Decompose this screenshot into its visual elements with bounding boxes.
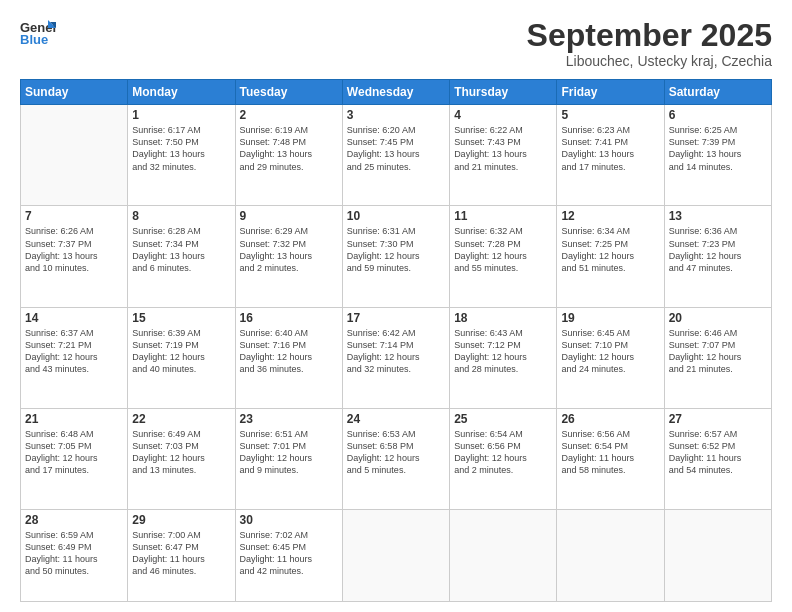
table-row: 20Sunrise: 6:46 AMSunset: 7:07 PMDayligh…	[664, 307, 771, 408]
day-info: Sunrise: 6:25 AMSunset: 7:39 PMDaylight:…	[669, 124, 767, 173]
table-row: 8Sunrise: 6:28 AMSunset: 7:34 PMDaylight…	[128, 206, 235, 307]
table-row: 30Sunrise: 7:02 AMSunset: 6:45 PMDayligh…	[235, 509, 342, 601]
day-number: 18	[454, 311, 552, 325]
day-info: Sunrise: 6:22 AMSunset: 7:43 PMDaylight:…	[454, 124, 552, 173]
day-number: 13	[669, 209, 767, 223]
header-thursday: Thursday	[450, 80, 557, 105]
table-row: 13Sunrise: 6:36 AMSunset: 7:23 PMDayligh…	[664, 206, 771, 307]
title-section: September 2025 Libouchec, Ustecky kraj, …	[527, 18, 772, 69]
table-row: 28Sunrise: 6:59 AMSunset: 6:49 PMDayligh…	[21, 509, 128, 601]
day-number: 2	[240, 108, 338, 122]
table-row: 23Sunrise: 6:51 AMSunset: 7:01 PMDayligh…	[235, 408, 342, 509]
day-info: Sunrise: 6:31 AMSunset: 7:30 PMDaylight:…	[347, 225, 445, 274]
table-row: 10Sunrise: 6:31 AMSunset: 7:30 PMDayligh…	[342, 206, 449, 307]
table-row: 6Sunrise: 6:25 AMSunset: 7:39 PMDaylight…	[664, 105, 771, 206]
day-info: Sunrise: 6:49 AMSunset: 7:03 PMDaylight:…	[132, 428, 230, 477]
day-info: Sunrise: 6:28 AMSunset: 7:34 PMDaylight:…	[132, 225, 230, 274]
logo-icon: General Blue	[20, 18, 56, 48]
day-info: Sunrise: 6:48 AMSunset: 7:05 PMDaylight:…	[25, 428, 123, 477]
day-info: Sunrise: 6:56 AMSunset: 6:54 PMDaylight:…	[561, 428, 659, 477]
day-info: Sunrise: 6:39 AMSunset: 7:19 PMDaylight:…	[132, 327, 230, 376]
svg-text:Blue: Blue	[20, 32, 48, 47]
day-number: 12	[561, 209, 659, 223]
day-number: 15	[132, 311, 230, 325]
day-info: Sunrise: 6:19 AMSunset: 7:48 PMDaylight:…	[240, 124, 338, 173]
header-sunday: Sunday	[21, 80, 128, 105]
header-wednesday: Wednesday	[342, 80, 449, 105]
day-number: 9	[240, 209, 338, 223]
day-number: 29	[132, 513, 230, 527]
table-row	[664, 509, 771, 601]
calendar-header-row: Sunday Monday Tuesday Wednesday Thursday…	[21, 80, 772, 105]
header-monday: Monday	[128, 80, 235, 105]
table-row: 15Sunrise: 6:39 AMSunset: 7:19 PMDayligh…	[128, 307, 235, 408]
day-number: 17	[347, 311, 445, 325]
table-row: 4Sunrise: 6:22 AMSunset: 7:43 PMDaylight…	[450, 105, 557, 206]
header-friday: Friday	[557, 80, 664, 105]
table-row: 19Sunrise: 6:45 AMSunset: 7:10 PMDayligh…	[557, 307, 664, 408]
table-row: 9Sunrise: 6:29 AMSunset: 7:32 PMDaylight…	[235, 206, 342, 307]
day-info: Sunrise: 7:00 AMSunset: 6:47 PMDaylight:…	[132, 529, 230, 578]
day-info: Sunrise: 6:42 AMSunset: 7:14 PMDaylight:…	[347, 327, 445, 376]
table-row: 25Sunrise: 6:54 AMSunset: 6:56 PMDayligh…	[450, 408, 557, 509]
day-info: Sunrise: 6:32 AMSunset: 7:28 PMDaylight:…	[454, 225, 552, 274]
day-info: Sunrise: 6:45 AMSunset: 7:10 PMDaylight:…	[561, 327, 659, 376]
table-row	[557, 509, 664, 601]
table-row: 5Sunrise: 6:23 AMSunset: 7:41 PMDaylight…	[557, 105, 664, 206]
table-row	[21, 105, 128, 206]
day-info: Sunrise: 6:29 AMSunset: 7:32 PMDaylight:…	[240, 225, 338, 274]
day-number: 1	[132, 108, 230, 122]
day-info: Sunrise: 6:20 AMSunset: 7:45 PMDaylight:…	[347, 124, 445, 173]
table-row: 12Sunrise: 6:34 AMSunset: 7:25 PMDayligh…	[557, 206, 664, 307]
day-number: 21	[25, 412, 123, 426]
day-info: Sunrise: 7:02 AMSunset: 6:45 PMDaylight:…	[240, 529, 338, 578]
day-number: 3	[347, 108, 445, 122]
table-row: 29Sunrise: 7:00 AMSunset: 6:47 PMDayligh…	[128, 509, 235, 601]
day-info: Sunrise: 6:34 AMSunset: 7:25 PMDaylight:…	[561, 225, 659, 274]
header-tuesday: Tuesday	[235, 80, 342, 105]
day-number: 25	[454, 412, 552, 426]
table-row: 21Sunrise: 6:48 AMSunset: 7:05 PMDayligh…	[21, 408, 128, 509]
day-number: 10	[347, 209, 445, 223]
day-number: 16	[240, 311, 338, 325]
month-title: September 2025	[527, 18, 772, 53]
day-number: 4	[454, 108, 552, 122]
day-number: 20	[669, 311, 767, 325]
table-row: 27Sunrise: 6:57 AMSunset: 6:52 PMDayligh…	[664, 408, 771, 509]
table-row: 11Sunrise: 6:32 AMSunset: 7:28 PMDayligh…	[450, 206, 557, 307]
table-row: 18Sunrise: 6:43 AMSunset: 7:12 PMDayligh…	[450, 307, 557, 408]
table-row: 24Sunrise: 6:53 AMSunset: 6:58 PMDayligh…	[342, 408, 449, 509]
header: General Blue September 2025 Libouchec, U…	[20, 18, 772, 69]
day-number: 26	[561, 412, 659, 426]
day-number: 28	[25, 513, 123, 527]
day-number: 11	[454, 209, 552, 223]
day-number: 7	[25, 209, 123, 223]
day-info: Sunrise: 6:46 AMSunset: 7:07 PMDaylight:…	[669, 327, 767, 376]
table-row: 3Sunrise: 6:20 AMSunset: 7:45 PMDaylight…	[342, 105, 449, 206]
table-row: 2Sunrise: 6:19 AMSunset: 7:48 PMDaylight…	[235, 105, 342, 206]
day-info: Sunrise: 6:51 AMSunset: 7:01 PMDaylight:…	[240, 428, 338, 477]
table-row: 17Sunrise: 6:42 AMSunset: 7:14 PMDayligh…	[342, 307, 449, 408]
day-number: 27	[669, 412, 767, 426]
day-info: Sunrise: 6:40 AMSunset: 7:16 PMDaylight:…	[240, 327, 338, 376]
day-number: 19	[561, 311, 659, 325]
day-info: Sunrise: 6:37 AMSunset: 7:21 PMDaylight:…	[25, 327, 123, 376]
day-info: Sunrise: 6:57 AMSunset: 6:52 PMDaylight:…	[669, 428, 767, 477]
day-number: 22	[132, 412, 230, 426]
day-info: Sunrise: 6:26 AMSunset: 7:37 PMDaylight:…	[25, 225, 123, 274]
day-number: 23	[240, 412, 338, 426]
day-info: Sunrise: 6:59 AMSunset: 6:49 PMDaylight:…	[25, 529, 123, 578]
table-row	[450, 509, 557, 601]
day-number: 14	[25, 311, 123, 325]
location: Libouchec, Ustecky kraj, Czechia	[527, 53, 772, 69]
day-info: Sunrise: 6:17 AMSunset: 7:50 PMDaylight:…	[132, 124, 230, 173]
day-info: Sunrise: 6:43 AMSunset: 7:12 PMDaylight:…	[454, 327, 552, 376]
day-number: 24	[347, 412, 445, 426]
day-info: Sunrise: 6:36 AMSunset: 7:23 PMDaylight:…	[669, 225, 767, 274]
calendar-table: Sunday Monday Tuesday Wednesday Thursday…	[20, 79, 772, 602]
table-row: 14Sunrise: 6:37 AMSunset: 7:21 PMDayligh…	[21, 307, 128, 408]
day-info: Sunrise: 6:53 AMSunset: 6:58 PMDaylight:…	[347, 428, 445, 477]
day-info: Sunrise: 6:23 AMSunset: 7:41 PMDaylight:…	[561, 124, 659, 173]
table-row: 22Sunrise: 6:49 AMSunset: 7:03 PMDayligh…	[128, 408, 235, 509]
table-row: 1Sunrise: 6:17 AMSunset: 7:50 PMDaylight…	[128, 105, 235, 206]
